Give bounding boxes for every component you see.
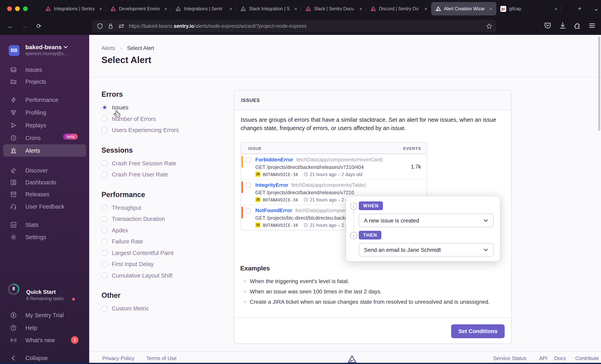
window-zoom-button[interactable] xyxy=(23,6,28,11)
radio-apdex[interactable]: Apdex xyxy=(101,225,220,236)
radio-users-experiencing-errors[interactable]: Users Experiencing Errors xyxy=(101,124,220,136)
docs-link[interactable]: Docs xyxy=(554,355,566,361)
bullet-icon xyxy=(244,290,246,293)
window-close-button[interactable] xyxy=(7,6,12,11)
issue-row-forbiddenerror[interactable]: ForbiddenErrorfetchData(app/components/H… xyxy=(241,154,427,179)
radio-icon[interactable] xyxy=(101,273,107,279)
radio-selected-icon[interactable] xyxy=(101,105,107,111)
lock-icon[interactable] xyxy=(107,23,114,29)
when-condition-select[interactable]: A new issue is created xyxy=(359,214,494,227)
sidebar-item-replays[interactable]: Replays xyxy=(0,121,89,130)
sidebar-item-discover[interactable]: Discover xyxy=(0,167,89,175)
crons-clock-icon xyxy=(10,135,17,141)
breadcrumb-alerts-link[interactable]: Alerts xyxy=(101,45,115,51)
terms-of-use-link[interactable]: Terms of Use xyxy=(146,355,177,361)
tab-close-icon[interactable]: × xyxy=(163,6,168,12)
tab-development-environment[interactable]: Development Enviro × xyxy=(106,2,171,15)
tab-discord-docs[interactable]: Discord | Sentry Do × xyxy=(366,2,431,15)
radio-largest-contentful-paint[interactable]: Largest Contentful Paint xyxy=(101,247,220,259)
issue-culprit: fetchData(app/component xyxy=(295,208,352,213)
tab-close-icon[interactable]: × xyxy=(294,6,298,12)
sidebar-item-issues[interactable]: Issues xyxy=(0,66,89,75)
issue-checkbox[interactable] xyxy=(246,157,251,162)
radio-icon[interactable] xyxy=(101,261,107,267)
radio-custom-metric[interactable]: Custom Metric xyxy=(101,303,220,314)
chevron-right-circle-icon: › xyxy=(350,232,357,239)
sidebar-item-settings[interactable]: Settings xyxy=(0,233,89,242)
radio-cumulative-layout-shift[interactable]: Cumulative Layout Shift xyxy=(101,270,220,281)
issue-title-link[interactable]: ForbiddenError xyxy=(255,157,293,162)
radio-throughput[interactable]: Throughput xyxy=(101,202,220,213)
sidebar-item-alerts[interactable]: Alerts xyxy=(0,147,89,155)
radio-icon[interactable] xyxy=(101,216,107,222)
pocket-icon[interactable] xyxy=(544,22,551,29)
issue-table-header: ISSUE EVENTS xyxy=(241,143,427,154)
radio-crash-free-session-rate[interactable]: Crash Free Session Rate xyxy=(101,158,220,169)
download-icon[interactable] xyxy=(559,22,567,29)
issue-level-bar xyxy=(241,156,243,168)
issue-checkbox[interactable] xyxy=(246,208,251,213)
sidebar-collapse-button[interactable]: Collapse xyxy=(0,354,89,363)
radio-transaction-duration[interactable]: Transaction Duration xyxy=(101,213,220,225)
radio-crash-free-user-rate[interactable]: Crash Free User Rate xyxy=(101,169,220,180)
service-status-link[interactable]: Service Status xyxy=(493,355,526,361)
radio-icon[interactable] xyxy=(101,205,107,211)
radio-icon[interactable] xyxy=(101,227,107,233)
quickstart-title[interactable]: Quick Start xyxy=(26,289,56,295)
radio-icon[interactable] xyxy=(101,239,107,245)
then-action-select[interactable]: Send an email to Jane Schmidt xyxy=(359,243,494,257)
new-tab-button[interactable]: + xyxy=(575,4,584,13)
shield-icon[interactable] xyxy=(97,23,103,29)
radio-icon[interactable] xyxy=(101,160,107,166)
sidebar-item-user-feedback[interactable]: User Feedback xyxy=(0,203,89,211)
tab-slack-integration[interactable]: Slack Integration | S × xyxy=(236,2,301,15)
tab-slack-docs[interactable]: Slack | Sentry Docu × xyxy=(301,2,366,15)
tab-close-icon[interactable]: × xyxy=(229,6,233,12)
tab-integrations-1[interactable]: Integrations | Sentry × xyxy=(41,2,106,15)
refresh-button[interactable]: ⟳ xyxy=(34,21,44,31)
issue-title-link[interactable]: IntegrityError xyxy=(255,182,288,188)
tab-list-button[interactable]: ⌄ xyxy=(591,4,601,13)
tab-close-icon[interactable]: × xyxy=(359,6,363,12)
permissions-icon[interactable] xyxy=(118,23,124,29)
tab-gifcap[interactable]: gc gifcap × xyxy=(496,2,561,15)
radio-icon[interactable] xyxy=(101,250,107,256)
issue-title-link[interactable]: NotFoundError xyxy=(255,207,292,213)
sidebar-item-releases[interactable]: Releases xyxy=(0,190,89,199)
tab-close-icon[interactable]: × xyxy=(489,6,493,12)
url-bar[interactable]: https://baked-beans.sentry.io/alerts/nod… xyxy=(92,20,496,32)
tab-close-icon[interactable]: × xyxy=(554,6,558,12)
org-switcher[interactable]: baked-beans xyxy=(25,44,68,50)
window-minimize-button[interactable] xyxy=(15,6,20,11)
api-link[interactable]: API xyxy=(539,355,548,361)
radio-icon[interactable] xyxy=(101,127,107,133)
radio-icon[interactable] xyxy=(101,172,107,178)
sidebar-item-stats[interactable]: Stats xyxy=(0,221,89,230)
set-conditions-button[interactable]: Set Conditions xyxy=(451,324,505,338)
group-heading-sessions: Sessions xyxy=(101,146,220,154)
tab-integrations-2[interactable]: Integrations | Sentr × xyxy=(171,2,236,15)
org-avatar[interactable]: BB xyxy=(9,45,20,56)
tab-close-icon[interactable]: × xyxy=(424,6,428,12)
extensions-puzzle-icon[interactable] xyxy=(574,22,581,29)
bookmark-star-icon[interactable] xyxy=(486,23,492,29)
back-button[interactable]: ← xyxy=(6,21,15,31)
page-scrollbar[interactable] xyxy=(598,37,600,131)
issue-checkbox[interactable] xyxy=(246,183,251,188)
sidebar-item-my-sentry-trial[interactable]: My Sentry Trial xyxy=(0,311,89,320)
sidebar-item-projects[interactable]: Projects xyxy=(0,78,89,86)
sidebar-item-help[interactable]: Help xyxy=(0,324,89,333)
sidebar-item-dashboards[interactable]: Dashboards xyxy=(0,178,89,187)
contribute-link[interactable]: Contribute xyxy=(575,355,599,361)
sidebar-item-performance[interactable]: Performance xyxy=(0,96,89,105)
radio-icon[interactable] xyxy=(101,306,107,312)
tab-alert-creation-wizard[interactable]: Alert Creation Wizar × xyxy=(431,2,496,15)
forward-button[interactable]: → xyxy=(20,21,29,31)
menu-hamburger-icon[interactable] xyxy=(588,22,596,29)
radio-failure-rate[interactable]: Failure Rate xyxy=(101,236,220,247)
radio-icon[interactable] xyxy=(101,116,107,122)
tab-close-icon[interactable]: × xyxy=(99,6,103,12)
radio-first-input-delay[interactable]: First Input Delay xyxy=(101,259,220,270)
sidebar-item-profiling[interactable]: Profiling xyxy=(0,109,89,117)
privacy-policy-link[interactable]: Privacy Policy xyxy=(102,355,134,361)
